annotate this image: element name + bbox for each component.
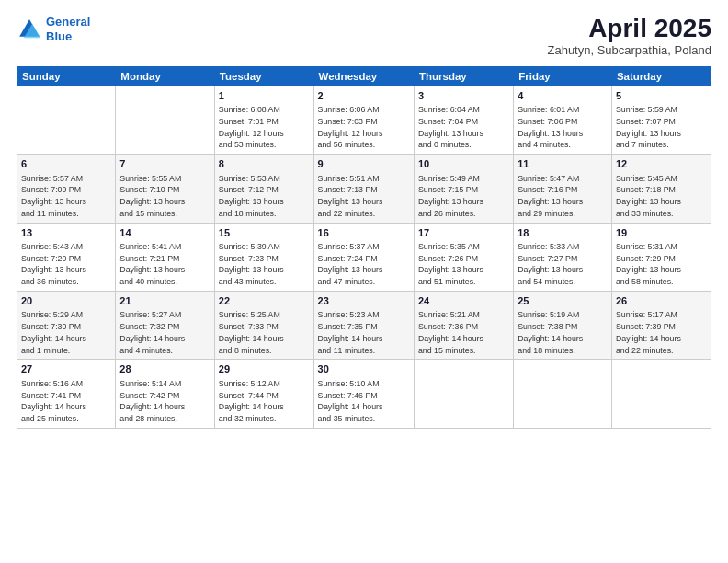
table-row: 8Sunrise: 5:53 AM Sunset: 7:12 PM Daylig… (214, 155, 313, 223)
month-title: April 2025 (547, 15, 711, 43)
day-number: 19 (616, 226, 707, 240)
day-number: 26 (616, 294, 707, 308)
table-row: 15Sunrise: 5:39 AM Sunset: 7:23 PM Dayli… (214, 223, 313, 291)
title-block: April 2025 Zahutyn, Subcarpathia, Poland (547, 15, 711, 57)
day-number: 24 (418, 294, 509, 308)
day-number: 23 (318, 294, 410, 308)
calendar-week-row: 6Sunrise: 5:57 AM Sunset: 7:09 PM Daylig… (17, 155, 711, 223)
table-row: 14Sunrise: 5:41 AM Sunset: 7:21 PM Dayli… (116, 223, 215, 291)
table-row: 9Sunrise: 5:51 AM Sunset: 7:13 PM Daylig… (313, 155, 414, 223)
day-detail: Sunrise: 6:04 AM Sunset: 7:04 PM Dayligh… (418, 104, 509, 151)
day-number: 12 (616, 157, 707, 171)
table-row: 4Sunrise: 6:01 AM Sunset: 7:06 PM Daylig… (514, 86, 612, 154)
calendar-week-row: 1Sunrise: 6:08 AM Sunset: 7:01 PM Daylig… (17, 86, 711, 154)
day-detail: Sunrise: 5:27 AM Sunset: 7:32 PM Dayligh… (119, 309, 210, 356)
day-detail: Sunrise: 5:49 AM Sunset: 7:15 PM Dayligh… (418, 173, 509, 220)
day-number: 28 (119, 362, 210, 376)
calendar-header-row: Sunday Monday Tuesday Wednesday Thursday… (17, 66, 711, 86)
header-thursday: Thursday (414, 66, 513, 86)
header-friday: Friday (514, 66, 612, 86)
day-detail: Sunrise: 5:41 AM Sunset: 7:21 PM Dayligh… (119, 241, 210, 288)
day-detail: Sunrise: 6:01 AM Sunset: 7:06 PM Dayligh… (518, 104, 608, 151)
day-number: 30 (318, 362, 410, 376)
day-number: 27 (21, 362, 111, 376)
day-detail: Sunrise: 5:29 AM Sunset: 7:30 PM Dayligh… (21, 309, 111, 356)
table-row: 12Sunrise: 5:45 AM Sunset: 7:18 PM Dayli… (611, 155, 711, 223)
day-detail: Sunrise: 5:31 AM Sunset: 7:29 PM Dayligh… (616, 241, 707, 288)
day-detail: Sunrise: 5:51 AM Sunset: 7:13 PM Dayligh… (318, 173, 410, 220)
table-row: 21Sunrise: 5:27 AM Sunset: 7:32 PM Dayli… (116, 291, 215, 359)
header-saturday: Saturday (611, 66, 711, 86)
table-row: 20Sunrise: 5:29 AM Sunset: 7:30 PM Dayli… (17, 291, 116, 359)
calendar-week-row: 13Sunrise: 5:43 AM Sunset: 7:20 PM Dayli… (17, 223, 711, 291)
day-detail: Sunrise: 5:43 AM Sunset: 7:20 PM Dayligh… (21, 241, 111, 288)
day-detail: Sunrise: 5:39 AM Sunset: 7:23 PM Dayligh… (219, 241, 310, 288)
day-detail: Sunrise: 5:35 AM Sunset: 7:26 PM Dayligh… (418, 241, 509, 288)
day-number: 25 (518, 294, 608, 308)
table-row: 6Sunrise: 5:57 AM Sunset: 7:09 PM Daylig… (17, 155, 116, 223)
day-number: 9 (318, 157, 410, 171)
header-sunday: Sunday (17, 66, 116, 86)
logo-icon (17, 17, 42, 42)
table-row: 16Sunrise: 5:37 AM Sunset: 7:24 PM Dayli… (313, 223, 414, 291)
day-detail: Sunrise: 5:23 AM Sunset: 7:35 PM Dayligh… (318, 309, 410, 356)
table-row: 30Sunrise: 5:10 AM Sunset: 7:46 PM Dayli… (313, 360, 414, 428)
day-detail: Sunrise: 5:33 AM Sunset: 7:27 PM Dayligh… (518, 241, 608, 288)
calendar-table: Sunday Monday Tuesday Wednesday Thursday… (17, 66, 711, 429)
table-row: 24Sunrise: 5:21 AM Sunset: 7:36 PM Dayli… (414, 291, 513, 359)
day-number: 15 (219, 226, 310, 240)
day-number: 29 (219, 362, 310, 376)
page: General Blue April 2025 Zahutyn, Subcarp… (0, 0, 728, 563)
table-row: 7Sunrise: 5:55 AM Sunset: 7:10 PM Daylig… (116, 155, 215, 223)
day-detail: Sunrise: 5:14 AM Sunset: 7:42 PM Dayligh… (119, 378, 210, 425)
day-number: 8 (219, 157, 310, 171)
day-number: 20 (21, 294, 111, 308)
header-tuesday: Tuesday (214, 66, 313, 86)
day-detail: Sunrise: 6:06 AM Sunset: 7:03 PM Dayligh… (318, 104, 410, 151)
day-number: 5 (616, 89, 707, 103)
table-row: 2Sunrise: 6:06 AM Sunset: 7:03 PM Daylig… (313, 86, 414, 154)
day-number: 17 (418, 226, 509, 240)
logo: General Blue (17, 15, 90, 43)
day-detail: Sunrise: 5:45 AM Sunset: 7:18 PM Dayligh… (616, 173, 707, 220)
day-number: 16 (318, 226, 410, 240)
table-row (414, 360, 513, 428)
table-row: 29Sunrise: 5:12 AM Sunset: 7:44 PM Dayli… (214, 360, 313, 428)
day-number: 18 (518, 226, 608, 240)
day-number: 21 (119, 294, 210, 308)
day-number: 1 (219, 89, 310, 103)
table-row (514, 360, 612, 428)
table-row: 25Sunrise: 5:19 AM Sunset: 7:38 PM Dayli… (514, 291, 612, 359)
table-row: 1Sunrise: 6:08 AM Sunset: 7:01 PM Daylig… (214, 86, 313, 154)
table-row: 3Sunrise: 6:04 AM Sunset: 7:04 PM Daylig… (414, 86, 513, 154)
day-number: 22 (219, 294, 310, 308)
day-number: 2 (318, 89, 410, 103)
header: General Blue April 2025 Zahutyn, Subcarp… (17, 15, 711, 57)
day-detail: Sunrise: 5:37 AM Sunset: 7:24 PM Dayligh… (318, 241, 410, 288)
table-row: 28Sunrise: 5:14 AM Sunset: 7:42 PM Dayli… (116, 360, 215, 428)
day-number: 6 (21, 157, 111, 171)
table-row: 5Sunrise: 5:59 AM Sunset: 7:07 PM Daylig… (611, 86, 711, 154)
table-row: 10Sunrise: 5:49 AM Sunset: 7:15 PM Dayli… (414, 155, 513, 223)
header-monday: Monday (116, 66, 215, 86)
calendar-week-row: 27Sunrise: 5:16 AM Sunset: 7:41 PM Dayli… (17, 360, 711, 428)
day-detail: Sunrise: 5:55 AM Sunset: 7:10 PM Dayligh… (119, 173, 210, 220)
day-detail: Sunrise: 5:19 AM Sunset: 7:38 PM Dayligh… (518, 309, 608, 356)
day-detail: Sunrise: 5:10 AM Sunset: 7:46 PM Dayligh… (318, 378, 410, 425)
day-number: 14 (119, 226, 210, 240)
day-detail: Sunrise: 6:08 AM Sunset: 7:01 PM Dayligh… (219, 104, 310, 151)
table-row: 18Sunrise: 5:33 AM Sunset: 7:27 PM Dayli… (514, 223, 612, 291)
table-row (116, 86, 215, 154)
day-detail: Sunrise: 5:59 AM Sunset: 7:07 PM Dayligh… (616, 104, 707, 151)
day-detail: Sunrise: 5:47 AM Sunset: 7:16 PM Dayligh… (518, 173, 608, 220)
table-row (17, 86, 116, 154)
day-number: 11 (518, 157, 608, 171)
table-row: 19Sunrise: 5:31 AM Sunset: 7:29 PM Dayli… (611, 223, 711, 291)
table-row: 26Sunrise: 5:17 AM Sunset: 7:39 PM Dayli… (611, 291, 711, 359)
table-row: 23Sunrise: 5:23 AM Sunset: 7:35 PM Dayli… (313, 291, 414, 359)
table-row: 22Sunrise: 5:25 AM Sunset: 7:33 PM Dayli… (214, 291, 313, 359)
day-detail: Sunrise: 5:25 AM Sunset: 7:33 PM Dayligh… (219, 309, 310, 356)
day-number: 3 (418, 89, 509, 103)
day-number: 10 (418, 157, 509, 171)
header-wednesday: Wednesday (313, 66, 414, 86)
